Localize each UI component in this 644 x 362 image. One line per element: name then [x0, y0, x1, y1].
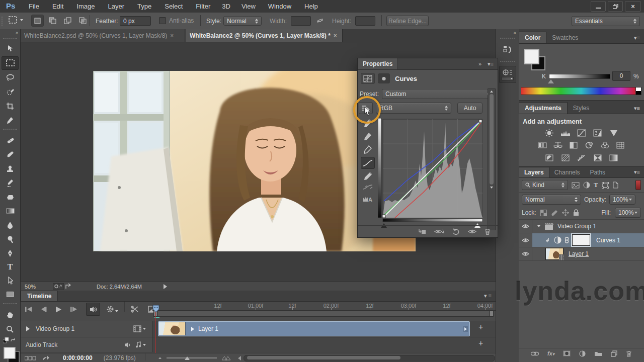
- new-layer-button[interactable]: [611, 350, 617, 357]
- scroll-left-icon[interactable]: [238, 356, 242, 360]
- clone-stamp-tool[interactable]: [2, 162, 18, 175]
- visibility-button[interactable]: [468, 229, 476, 234]
- move-tool[interactable]: [2, 42, 18, 55]
- new-adjustment-layer-button[interactable]: [579, 350, 586, 357]
- collapse-panel-icon[interactable]: »: [476, 61, 484, 67]
- vibrance-button[interactable]: [608, 129, 619, 137]
- lock-pixels-icon[interactable]: [551, 210, 558, 216]
- video-track-options-button[interactable]: [133, 325, 146, 332]
- menu-select[interactable]: Select: [158, 3, 189, 10]
- menu-view[interactable]: View: [235, 3, 262, 10]
- layer-thumbnail[interactable]: [545, 248, 564, 260]
- history-brush-tool[interactable]: [2, 176, 18, 189]
- filter-pixel-layers-icon[interactable]: [572, 182, 580, 189]
- foreground-color-swatch[interactable]: [4, 347, 17, 360]
- mute-audio-button[interactable]: [86, 303, 100, 316]
- add-audio-track-button[interactable]: +: [478, 339, 483, 348]
- channel-mixer-button[interactable]: [599, 141, 610, 149]
- exposure-button[interactable]: [592, 129, 603, 137]
- clipping-warning-button[interactable]: A: [362, 195, 373, 203]
- quick-selection-tool[interactable]: [2, 85, 18, 98]
- layer-filter-kind-dropdown[interactable]: Kind: [522, 180, 568, 190]
- preset-dropdown[interactable]: Custom: [382, 89, 494, 99]
- opacity-dropdown[interactable]: 100%: [609, 195, 635, 205]
- layer-filter-toggle[interactable]: [635, 180, 641, 190]
- tab-styles[interactable]: Styles: [568, 103, 595, 114]
- selection-mode-new-button[interactable]: [31, 15, 44, 27]
- tab-color[interactable]: Color: [519, 32, 546, 43]
- new-group-button[interactable]: [594, 350, 602, 356]
- color-spectrum-ramp[interactable]: [521, 87, 641, 95]
- work-area-bar[interactable]: [153, 311, 494, 317]
- hue-saturation-button[interactable]: [537, 141, 548, 149]
- refine-edge-button[interactable]: Refine Edge...: [386, 16, 429, 26]
- blur-tool[interactable]: [2, 219, 18, 231]
- filter-smart-objects-icon[interactable]: [612, 182, 619, 189]
- lock-position-icon[interactable]: [562, 209, 569, 216]
- tab-paths[interactable]: Paths: [585, 167, 610, 177]
- gray-point-eyedropper[interactable]: [363, 132, 372, 141]
- go-to-first-frame-button[interactable]: [25, 306, 33, 312]
- tab-swatches[interactable]: Swatches: [546, 32, 584, 43]
- track-disclosure-icon[interactable]: [26, 326, 30, 331]
- adjustments-panel-menu-icon[interactable]: ▾≡: [630, 103, 644, 114]
- delete-adjustment-button[interactable]: [485, 228, 491, 235]
- photo-filter-button[interactable]: [584, 141, 595, 149]
- properties-title[interactable]: Properties: [358, 58, 398, 69]
- k-value-input[interactable]: 0: [612, 71, 630, 81]
- delete-layer-button[interactable]: [626, 350, 632, 357]
- add-mask-button[interactable]: [563, 350, 571, 356]
- menu-image[interactable]: Image: [70, 3, 101, 10]
- menu-filter[interactable]: Filter: [189, 3, 217, 10]
- k-slider-track[interactable]: [549, 74, 610, 79]
- filter-shape-layers-icon[interactable]: [602, 182, 609, 189]
- status-mini-buttons[interactable]: [53, 283, 74, 290]
- dodge-tool[interactable]: [2, 233, 18, 245]
- tab-adjustments[interactable]: Adjustments: [519, 102, 568, 114]
- timeline-zoom-slider[interactable]: [167, 357, 217, 358]
- selective-color-button[interactable]: [608, 153, 619, 162]
- zoom-out-timeline-button[interactable]: [158, 357, 162, 359]
- style-dropdown[interactable]: Normal: [223, 16, 262, 26]
- visibility-toggle[interactable]: [519, 220, 532, 233]
- visibility-toggle[interactable]: [519, 233, 532, 247]
- feather-input[interactable]: 0 px: [120, 16, 151, 26]
- status-arrow-icon[interactable]: [163, 284, 167, 289]
- layer-style-button[interactable]: fx▾: [547, 350, 554, 356]
- swap-colors-icon[interactable]: [10, 337, 16, 343]
- color-panel-menu-icon[interactable]: ▾≡: [630, 33, 644, 43]
- mask-badge-button[interactable]: [378, 73, 390, 83]
- video-track-lane[interactable]: Layer 1 +: [152, 321, 496, 337]
- properties-scrollbar[interactable]: [488, 88, 496, 230]
- visibility-toggle[interactable]: [519, 247, 532, 260]
- menu-window[interactable]: Window: [262, 3, 298, 10]
- menu-3d[interactable]: 3D: [217, 3, 235, 10]
- hand-tool[interactable]: [2, 309, 18, 321]
- rectangular-marquee-tool[interactable]: [2, 56, 19, 70]
- timeline-scrollbar[interactable]: [244, 355, 495, 361]
- layer-row-video-group[interactable]: Video Group 1: [519, 220, 644, 233]
- levels-button[interactable]: [560, 129, 571, 137]
- menu-file[interactable]: File: [22, 3, 46, 10]
- timeline-panel-menu-icon[interactable]: ▾ ≡: [480, 291, 496, 301]
- brightness-contrast-button[interactable]: [544, 129, 555, 137]
- selection-mode-intersect-button[interactable]: [76, 15, 89, 27]
- curves-adjustment-button[interactable]: [576, 129, 587, 137]
- zoom-tool[interactable]: [2, 323, 18, 335]
- width-input[interactable]: [291, 16, 311, 26]
- eraser-tool[interactable]: [2, 191, 18, 203]
- scrollbar-thumb[interactable]: [490, 94, 494, 185]
- doc-size[interactable]: Doc: 2.64M/2.64M: [97, 284, 142, 290]
- minimize-button[interactable]: [591, 1, 606, 12]
- k-slider-thumb[interactable]: [548, 79, 554, 83]
- reset-button[interactable]: [452, 228, 460, 235]
- posterize-button[interactable]: [560, 153, 571, 162]
- white-point-eyedropper[interactable]: [363, 145, 372, 154]
- expand-dock-button[interactable]: «: [496, 29, 519, 36]
- timeline-ruler[interactable]: 12f 01:00f 12f 02:00f 12f 03:00f 12f 04:…: [152, 302, 496, 311]
- edit-curve-points-button[interactable]: [361, 157, 375, 169]
- render-video-button[interactable]: [25, 356, 36, 360]
- crop-tool[interactable]: [2, 100, 18, 112]
- rectangle-tool[interactable]: [2, 288, 18, 301]
- document-tab-inactive[interactable]: WhiteBalance2.psd @ 50% (Curves 1, Layer…: [20, 29, 185, 42]
